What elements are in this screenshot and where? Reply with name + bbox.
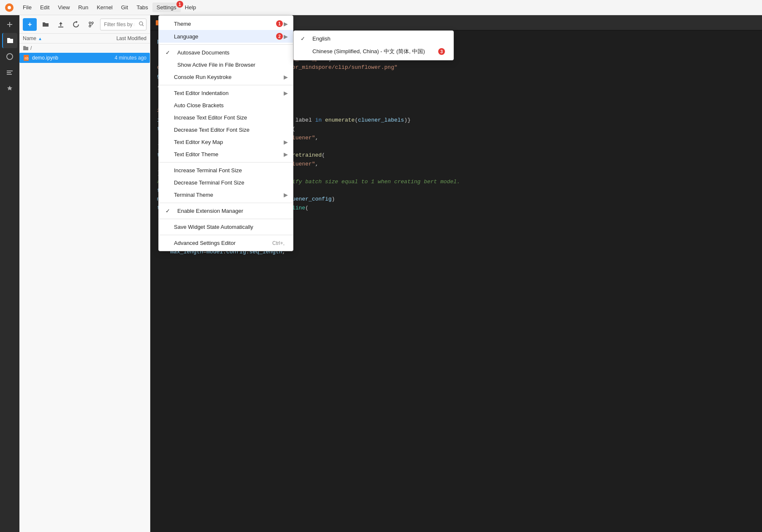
text-theme-arrow: ▶ (284, 151, 288, 157)
filter-input[interactable] (100, 19, 146, 30)
settings-dropdown: Theme 1 ▶ Language 2 ▶ ✓ Autosave Docume… (158, 15, 293, 251)
extension-check: ✓ (165, 208, 174, 214)
menu-item-language[interactable]: Language 2 ▶ (159, 30, 293, 43)
chinese-badge: 3 (438, 48, 445, 55)
menu-item-console-run[interactable]: Console Run Keystroke ▶ (159, 71, 293, 83)
menu-item-theme[interactable]: Theme 1 ▶ (159, 17, 293, 30)
sidebar-toolbar: + (19, 15, 150, 34)
svg-rect-7 (7, 74, 12, 75)
file-row[interactable]: nb demo.ipynb 4 minutes ago (19, 53, 150, 63)
language-arrow: ▶ (284, 33, 288, 40)
icon-file-browser[interactable] (2, 33, 17, 48)
show-active-check (165, 62, 174, 68)
lang-item-english[interactable]: ✓ English (294, 33, 453, 45)
menu-view[interactable]: View (54, 3, 74, 12)
text-indent-arrow: ▶ (284, 90, 288, 96)
svg-rect-6 (7, 72, 11, 73)
terminal-theme-arrow: ▶ (284, 192, 288, 198)
menu-item-increase-terminal[interactable]: Increase Terminal Font Size (159, 164, 293, 176)
menu-item-text-theme[interactable]: Text Editor Theme ▶ (159, 148, 293, 160)
menu-kernel[interactable]: Kernel (92, 3, 117, 12)
menu-run[interactable]: Run (74, 3, 92, 12)
menu-item-text-indent[interactable]: Text Editor Indentation ▶ (159, 87, 293, 99)
upload-button[interactable] (54, 18, 67, 31)
menu-tabs[interactable]: Tabs (132, 3, 152, 12)
menu-item-extension-mgr[interactable]: ✓ Enable Extension Manager (159, 205, 293, 217)
svg-text:nb: nb (24, 57, 29, 60)
file-path: / (19, 43, 150, 53)
sidebar: + (19, 15, 150, 532)
icon-new-launcher[interactable] (2, 17, 17, 32)
menu-item-increase-editor[interactable]: Increase Text Editor Font Size (159, 111, 293, 124)
col-modified-header[interactable]: Last Modified (92, 35, 146, 41)
menu-help[interactable]: Help (181, 3, 201, 12)
open-folder-button[interactable] (39, 18, 52, 31)
theme-arrow: ▶ (284, 21, 288, 27)
refresh-button[interactable] (70, 18, 82, 31)
menu-edit[interactable]: Edit (36, 3, 54, 12)
menu-bar: File Edit View Run Kernel Git Tabs Setti… (0, 0, 762, 15)
icon-bar (0, 15, 19, 532)
col-name-header[interactable]: Name ▲ (23, 35, 92, 41)
menu-item-show-active[interactable]: Show Active File in File Browser (159, 59, 293, 71)
app-logo (3, 2, 15, 14)
svg-point-4 (7, 54, 13, 60)
menu-settings[interactable]: Settings 1 (152, 3, 181, 12)
git-button[interactable] (85, 18, 98, 31)
svg-rect-8 (58, 27, 63, 27)
menu-item-terminal-theme[interactable]: Terminal Theme ▶ (159, 189, 293, 201)
lang-item-chinese[interactable]: Chinese (Simplified, China) - 中文 (简体, 中国… (294, 45, 453, 58)
app-shell: File Edit View Run Kernel Git Tabs Setti… (0, 0, 762, 532)
console-run-arrow: ▶ (284, 74, 288, 80)
svg-point-9 (89, 22, 91, 24)
svg-point-10 (92, 22, 93, 24)
separator-5 (159, 219, 293, 219)
menu-item-decrease-terminal[interactable]: Decrease Terminal Font Size (159, 176, 293, 189)
menu-file[interactable]: File (19, 3, 36, 12)
icon-running[interactable] (2, 49, 17, 64)
menu-item-key-map[interactable]: Text Editor Key Map ▶ (159, 136, 293, 148)
separator-6 (159, 235, 293, 235)
separator-2 (159, 85, 293, 85)
language-submenu: ✓ English Chinese (Simplified, China) - … (293, 30, 454, 60)
file-table-header: Name ▲ Last Modified (19, 34, 150, 43)
separator-4 (159, 203, 293, 203)
svg-point-1 (8, 6, 11, 9)
theme-badge: 1 (276, 20, 283, 27)
language-badge: 2 (276, 33, 283, 40)
menu-item-save-widget[interactable]: Save Widget State Automatically (159, 221, 293, 233)
icon-extension[interactable] (2, 81, 17, 96)
separator-1 (159, 44, 293, 45)
svg-rect-3 (9, 22, 10, 27)
chinese-check (301, 49, 309, 55)
menu-item-autosave[interactable]: ✓ Autosave Documents (159, 46, 293, 59)
menu-git[interactable]: Git (117, 3, 133, 12)
new-launcher-button[interactable]: + (23, 18, 37, 31)
autosave-check: ✓ (165, 49, 174, 56)
menu-item-advanced[interactable]: Advanced Settings Editor Ctrl+, (159, 237, 293, 249)
settings-badge: 1 (176, 1, 183, 8)
menu-item-auto-close[interactable]: Auto Close Brackets (159, 99, 293, 111)
icon-commands[interactable] (2, 65, 17, 80)
svg-rect-5 (7, 71, 13, 71)
separator-3 (159, 162, 293, 163)
key-map-arrow: ▶ (284, 139, 288, 145)
filter-wrapper (100, 19, 146, 30)
notebook-icon: nb (23, 54, 30, 61)
menu-item-decrease-editor[interactable]: Decrease Text Editor Font Size (159, 124, 293, 136)
english-check: ✓ (301, 35, 309, 42)
main-layout: + (0, 15, 762, 532)
